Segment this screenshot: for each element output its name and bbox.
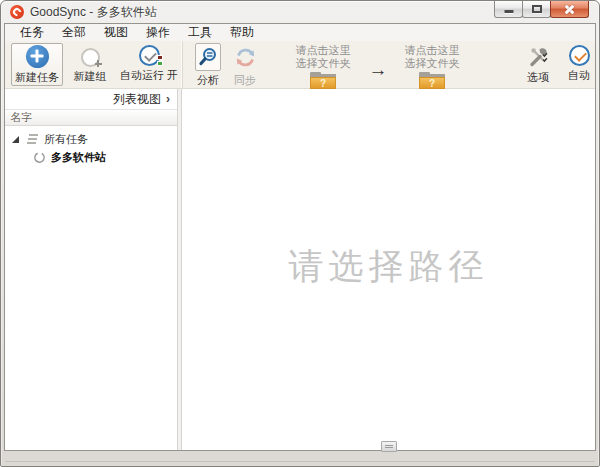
chevron-right-icon: ›: [166, 92, 170, 106]
autorun-clock-icon: [139, 45, 160, 66]
new-task-label: 新建任务: [15, 70, 59, 85]
all-tasks-label: 所有任务: [44, 132, 88, 147]
menu-help[interactable]: 帮助: [221, 24, 263, 41]
main-panel: 请选择路径: [182, 89, 595, 450]
autorun-label: 自动运行 开: [120, 68, 178, 83]
sync-arrows-icon: [234, 46, 257, 69]
toolbar-separator: [182, 41, 183, 88]
left-picker-line2: 选择文件夹: [296, 57, 351, 70]
left-folder-picker[interactable]: 请点击这里 选择文件夹 ?: [290, 44, 356, 89]
menu-tasks[interactable]: 任务: [11, 24, 53, 41]
tree-item-all-tasks[interactable]: 所有任务: [5, 130, 177, 148]
toolbar: 新建任务 新建组 自动运行 开: [5, 41, 595, 89]
name-column-label: 名字: [10, 110, 32, 125]
goodsync-logo-icon: [10, 5, 24, 19]
options-button[interactable]: 选项: [519, 44, 557, 85]
sidebar: 列表视图 › 名字: [5, 89, 178, 450]
job-circle-icon: [33, 151, 46, 164]
select-path-watermark: 请选择路径: [182, 242, 595, 289]
app-frame: 任务 全部 视图 操作 工具 帮助 新建任务 新建组 自动运行 开: [4, 23, 596, 451]
analyze-icon-frame: [195, 43, 221, 71]
new-group-button[interactable]: 新建组: [67, 46, 113, 84]
autorun-status-icon: [157, 55, 164, 66]
autorun-button[interactable]: 自动运行 开: [117, 45, 181, 83]
plus-circle-icon: [26, 45, 49, 68]
small-plus-icon: [94, 59, 103, 68]
magnifier-icon: [198, 47, 218, 67]
menu-view[interactable]: 视图: [95, 24, 137, 41]
window-controls: [495, 1, 589, 18]
options-label: 选项: [527, 70, 549, 85]
new-group-label: 新建组: [74, 69, 107, 84]
minimize-button[interactable]: [494, 1, 523, 18]
menu-all[interactable]: 全部: [53, 24, 95, 41]
analyze-button[interactable]: 分析: [193, 43, 223, 88]
menu-tools[interactable]: 工具: [179, 24, 221, 41]
goodsync-window: GoodSync - 多多软件站 任务 全部 视图 操作 工具 帮助 新建任务 …: [0, 0, 600, 467]
tools-icon: [527, 45, 550, 68]
sync-button-disabled[interactable]: 同步: [230, 43, 260, 88]
titlebar: GoodSync - 多多软件站: [1, 1, 599, 23]
group-circle-icon: [81, 48, 100, 67]
list-view-label: 列表视图: [113, 91, 161, 108]
name-column-header[interactable]: 名字: [5, 109, 177, 126]
task-tree: 所有任务 多多软件站: [5, 126, 177, 450]
maximize-button[interactable]: [522, 1, 551, 18]
right-picker-line1: 请点击这里: [405, 44, 460, 57]
right-folder-question-icon: ?: [419, 72, 445, 89]
close-icon: [564, 4, 575, 15]
expand-triangle-icon[interactable]: [12, 136, 19, 143]
close-button[interactable]: [550, 1, 589, 18]
left-picker-line1: 请点击这里: [296, 44, 351, 57]
window-body: 列表视图 › 名字: [5, 89, 595, 450]
left-folder-question-icon: ?: [310, 72, 336, 89]
list-view-toggle[interactable]: 列表视图 ›: [5, 89, 177, 109]
maximize-icon: [532, 5, 542, 13]
analyze-label: 分析: [197, 73, 219, 88]
bottom-pane-grip[interactable]: [381, 441, 397, 452]
sync-label: 同步: [234, 73, 256, 88]
auto-clock-icon: [569, 45, 590, 66]
new-task-button[interactable]: 新建任务: [11, 43, 63, 86]
window-title: GoodSync - 多多软件站: [30, 4, 157, 21]
minimize-icon: [504, 10, 513, 13]
auto-label: 自动: [568, 68, 590, 83]
tree-item-job[interactable]: 多多软件站: [5, 148, 177, 166]
auto-button[interactable]: 自动: [561, 44, 597, 83]
right-folder-picker[interactable]: 请点击这里 选择文件夹 ?: [399, 44, 465, 89]
menu-actions[interactable]: 操作: [137, 24, 179, 41]
job-label: 多多软件站: [51, 150, 106, 165]
right-picker-line2: 选择文件夹: [405, 57, 460, 70]
menubar: 任务 全部 视图 操作 工具 帮助: [5, 24, 595, 41]
sync-direction-arrow-icon: →: [363, 59, 393, 81]
all-tasks-icon: [24, 133, 39, 145]
